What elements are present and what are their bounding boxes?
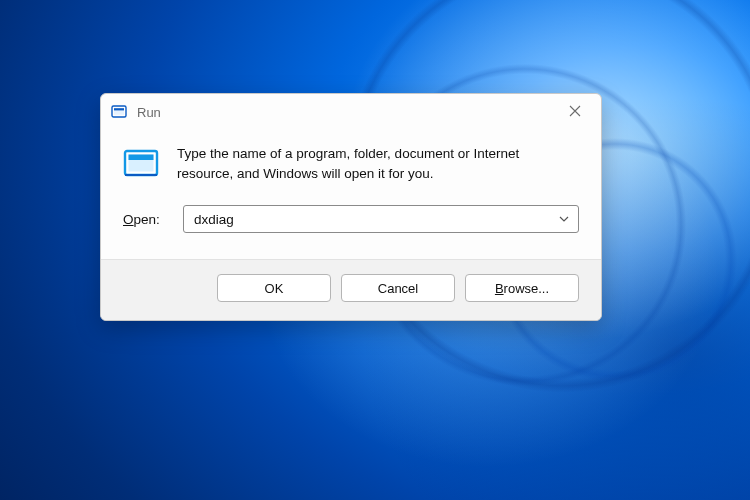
open-row: Open: bbox=[123, 205, 579, 233]
chevron-down-icon[interactable] bbox=[556, 216, 572, 222]
button-bar: OK Cancel Browse... bbox=[101, 259, 601, 320]
close-icon bbox=[569, 103, 581, 121]
svg-rect-5 bbox=[129, 155, 154, 161]
dialog-body: Type the name of a program, folder, docu… bbox=[101, 130, 601, 259]
browse-button[interactable]: Browse... bbox=[465, 274, 579, 302]
open-input[interactable] bbox=[194, 212, 556, 227]
run-dialog: Run Type the name of a program, folder, … bbox=[100, 93, 602, 321]
run-large-icon bbox=[123, 146, 159, 182]
svg-rect-2 bbox=[114, 108, 124, 110]
close-button[interactable] bbox=[553, 97, 597, 127]
open-label: Open: bbox=[123, 212, 167, 227]
dialog-title: Run bbox=[137, 105, 553, 120]
description-row: Type the name of a program, folder, docu… bbox=[123, 144, 579, 183]
open-combobox[interactable] bbox=[183, 205, 579, 233]
ok-button[interactable]: OK bbox=[217, 274, 331, 302]
titlebar[interactable]: Run bbox=[101, 94, 601, 130]
description-text: Type the name of a program, folder, docu… bbox=[177, 144, 579, 183]
cancel-button[interactable]: Cancel bbox=[341, 274, 455, 302]
run-icon bbox=[111, 104, 127, 120]
